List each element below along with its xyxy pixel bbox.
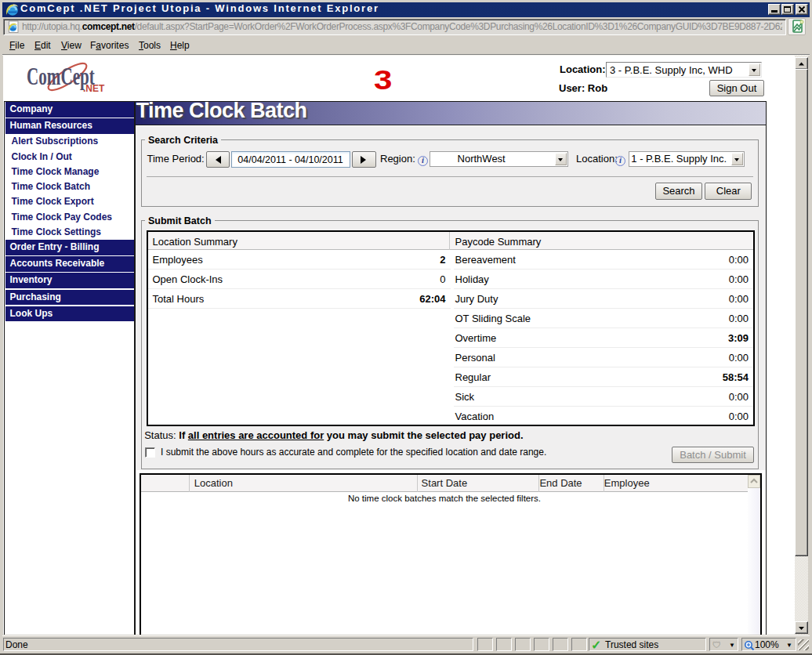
svg-text:.NET: .NET [83, 83, 105, 94]
